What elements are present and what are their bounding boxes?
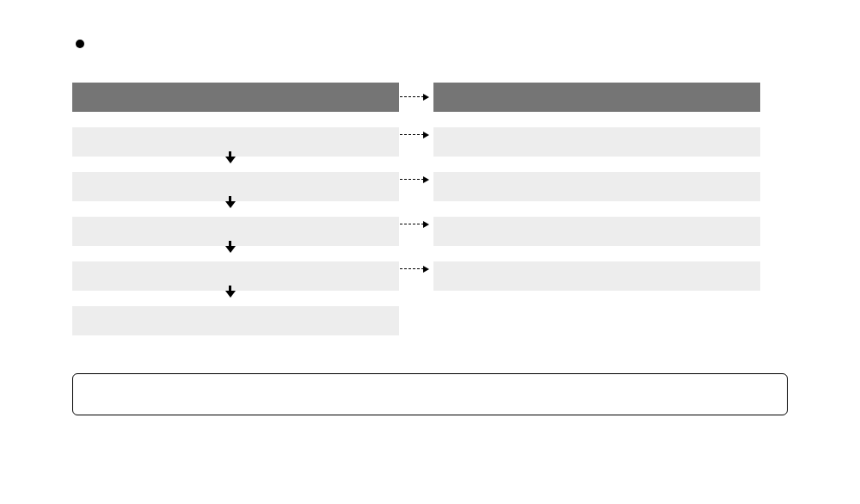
right-header-box (433, 83, 760, 112)
left-row-2 (72, 217, 399, 246)
left-row-0 (72, 127, 399, 157)
left-row-3 (72, 261, 399, 291)
right-row-3 (433, 261, 760, 291)
left-header-box (72, 83, 399, 112)
right-column (433, 83, 760, 306)
left-row-1 (72, 172, 399, 201)
flow-diagram (72, 83, 788, 332)
note-box (72, 373, 788, 415)
left-row-4 (72, 306, 399, 335)
right-row-2 (433, 217, 760, 246)
right-row-1 (433, 172, 760, 201)
bullet-icon (76, 40, 84, 48)
left-column (72, 83, 399, 351)
right-row-0 (433, 127, 760, 157)
